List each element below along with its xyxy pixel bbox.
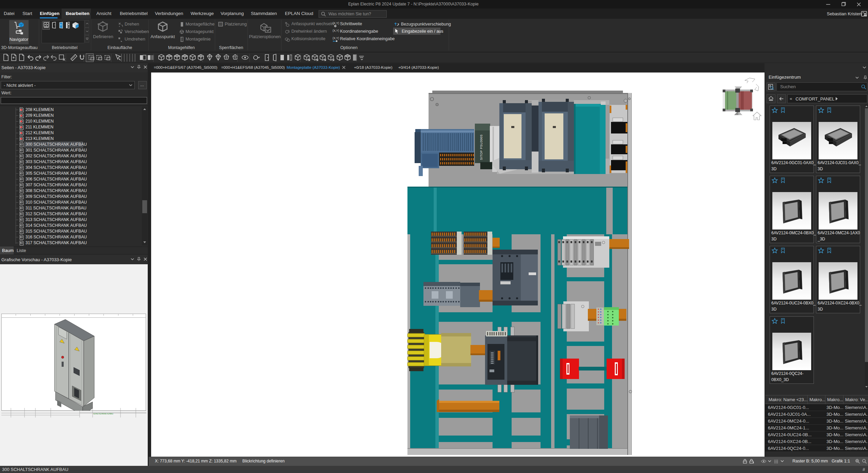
svg-text:SITOP PSU300S: SITOP PSU300S (480, 135, 483, 160)
svg-text:SCHALTSCHRANK AUFBAU: SCHALTSCHRANK AUFBAU (93, 413, 113, 415)
svg-text:(X,Y): (X,Y) (333, 21, 339, 25)
svg-text:(X,Y): (X,Y) (333, 36, 339, 40)
svg-text:(X,Y): (X,Y) (333, 29, 339, 32)
